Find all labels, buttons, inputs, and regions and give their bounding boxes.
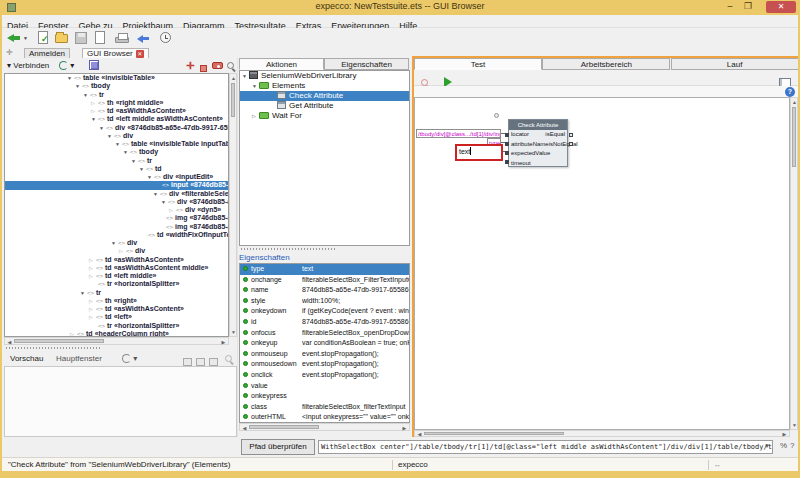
preview-zoom-icon[interactable]: [224, 351, 234, 366]
expanded-arrow-icon[interactable]: ▼: [252, 81, 259, 91]
camera-icon[interactable]: [212, 58, 223, 73]
property-row[interactable]: onfocusfilterableSelectBox_openDropDown(…: [240, 328, 409, 339]
expected-value-editor[interactable]: text: [455, 144, 503, 161]
input-pin-label[interactable]: attributeName: [511, 140, 549, 150]
new-document-icon[interactable]: [92, 30, 109, 46]
input-pin-label[interactable]: expectedValue: [511, 149, 550, 159]
output-pin-label[interactable]: isEqual: [545, 130, 565, 140]
input-pin[interactable]: [505, 133, 509, 137]
properties-hscrollbar[interactable]: ◀ ▶: [239, 423, 410, 431]
dom-tree-node[interactable]: ▼<>tbody: [5, 82, 228, 90]
collapsed-arrow-icon[interactable]: ▷: [89, 256, 96, 264]
dom-tree-node[interactable]: <>img«8746db85-a65e»: [5, 223, 228, 231]
dom-tree-node[interactable]: ▼<>table«invisibleTable»: [5, 74, 228, 82]
scroll-right-icon[interactable]: ▶: [401, 425, 408, 431]
tab-gui-browser[interactable]: GUI Browser✕: [82, 48, 149, 58]
collapsed-arrow-icon[interactable]: ▷: [252, 111, 259, 121]
dom-tree-node[interactable]: <>tr«horizontalSplitter»: [5, 322, 228, 330]
property-row[interactable]: onclickevent.stopPropagation();: [240, 370, 409, 381]
collapsed-arrow-icon[interactable]: ▷: [89, 264, 96, 272]
pick-element-icon[interactable]: ✛: [186, 58, 194, 74]
dom-tree-hscrollbar[interactable]: ◀ ▶: [4, 337, 229, 345]
dom-tree-node[interactable]: ▼<>tbody: [5, 148, 228, 156]
canvas-hscrollbar[interactable]: ◀ ▶: [414, 430, 790, 437]
library-item-check-attribute[interactable]: Check Attribute: [240, 91, 409, 101]
verify-path-button[interactable]: Pfad überprüfen: [241, 439, 315, 455]
tab-eigenschaften[interactable]: Eigenschaften: [324, 58, 409, 70]
expanded-arrow-icon[interactable]: ▼: [83, 91, 90, 99]
scroll-down-icon[interactable]: ▼: [791, 422, 798, 428]
collapsed-arrow-icon[interactable]: ▷: [89, 272, 96, 280]
verify-document-icon[interactable]: ✓: [35, 30, 52, 46]
collapsed-arrow-icon[interactable]: ▷: [89, 313, 96, 321]
close-button[interactable]: ✕: [766, 1, 796, 13]
dom-tree-node[interactable]: ▼<>div«8746db85-a6»: [5, 198, 228, 206]
dom-tree-node[interactable]: <>tr«horizontalSplitter»: [5, 280, 228, 288]
property-row[interactable]: id8746db85-a65e-47db-9917-655866477a33_f…: [240, 317, 409, 328]
dom-tree-node[interactable]: <>td«widthFixOfInputText»: [5, 231, 228, 239]
dom-tree-node[interactable]: ▷<>td«left middle»: [5, 272, 228, 280]
scroll-up-icon[interactable]: ▲: [230, 75, 237, 81]
property-row[interactable]: onkeydownif (getKeyCode(event ? event : …: [240, 306, 409, 317]
property-row[interactable]: name8746db85-a65e-47db-9917-655866477a33…: [240, 285, 409, 296]
check-attribute-block[interactable]: Check Attribute locator isEqual attribut…: [508, 119, 568, 167]
input-pin[interactable]: [505, 142, 509, 146]
dom-tree-node[interactable]: ▷<>td«asWidthAsContent middle»: [5, 264, 228, 272]
input-pin-label[interactable]: timeout: [511, 159, 531, 169]
expanded-arrow-icon[interactable]: ▼: [75, 82, 82, 90]
left-splitter-handle[interactable]: [6, 346, 101, 350]
expanded-arrow-icon[interactable]: ▼: [123, 148, 130, 156]
locator-value-box[interactable]: /tbody/div[@class.../td[1]/div/input: [416, 129, 501, 138]
input-pin-label[interactable]: locator: [511, 130, 529, 140]
collapsed-arrow-icon[interactable]: ▷: [89, 297, 96, 305]
property-row[interactable]: onmousedownevent.stopPropagation();: [240, 359, 409, 370]
input-pin[interactable]: [505, 160, 509, 164]
output-pin[interactable]: [569, 142, 573, 146]
dom-tree-node[interactable]: ▷<>div: [5, 247, 228, 255]
save-icon[interactable]: [73, 30, 90, 46]
canvas-vscrollbar[interactable]: ▲ ▼: [790, 97, 798, 430]
dom-tree-node[interactable]: ▷<>td«asWidthAsContent»: [5, 305, 228, 313]
library-item-wait-for[interactable]: ▷Wait For: [240, 111, 409, 121]
dom-tree-node[interactable]: ▷<>td«asWidthAsContent»: [5, 107, 228, 115]
property-row[interactable]: value: [240, 381, 409, 392]
splitter-icon[interactable]: ↔: [714, 458, 721, 471]
dom-tree-node[interactable]: ▷<>td«left»: [5, 313, 228, 321]
scroll-up-icon[interactable]: ▲: [791, 99, 798, 105]
dom-tree-node[interactable]: ▷<>td«headerColumn right»: [5, 330, 228, 337]
dom-tree-node[interactable]: ▼<>div«inputEdit»: [5, 173, 228, 181]
expanded-arrow-icon[interactable]: ▼: [147, 173, 154, 181]
open-folder-icon[interactable]: [54, 30, 71, 46]
path-dropdown-icon[interactable]: ▼: [764, 443, 770, 449]
collapsed-arrow-icon[interactable]: ▷: [169, 206, 176, 214]
collapsed-arrow-icon[interactable]: ▷: [119, 247, 126, 255]
dom-tree-node[interactable]: ▷<>div«dyn5»: [5, 206, 228, 214]
dom-tree-vscrollbar[interactable]: ▲ ▼: [229, 73, 237, 337]
expanded-arrow-icon[interactable]: ▼: [153, 190, 160, 198]
property-row[interactable]: onchangefilterableSelectBox_FilterTextIn…: [240, 275, 409, 286]
dom-tree-node[interactable]: ▼<>div: [5, 239, 228, 247]
expanded-arrow-icon[interactable]: ▼: [242, 71, 249, 81]
expanded-arrow-icon[interactable]: ▼: [67, 74, 74, 82]
dom-tree-node[interactable]: ▼<>div«8746db85-a65e-47db-9917-6558664»: [5, 124, 228, 132]
back-icon[interactable]: ▼: [7, 30, 24, 46]
property-row[interactable]: outerHTML<input onkeypress="" value="" o…: [240, 412, 409, 423]
refresh-icon[interactable]: ▾: [59, 58, 74, 73]
history-icon[interactable]: [158, 30, 175, 46]
dom-tree-node[interactable]: ▷<>th«right»: [5, 297, 228, 305]
dom-tree-node[interactable]: ▷<>td«asWidthAsContent»: [5, 256, 228, 264]
expanded-arrow-icon[interactable]: ▼: [107, 132, 114, 140]
xpath-field[interactable]: WithSelectBox center"]/table/tbody/tr[1]…: [318, 440, 773, 454]
property-row[interactable]: onkeypress: [240, 391, 409, 402]
collapsed-arrow-icon[interactable]: ▷: [89, 305, 96, 313]
expanded-arrow-icon[interactable]: ▼: [91, 115, 98, 123]
connect-dropdown[interactable]: ▾ Verbinden: [7, 58, 49, 73]
dom-tree-node[interactable]: ▷<>th«right middle»: [5, 99, 228, 107]
dom-tree-node[interactable]: ▼<>tr: [5, 289, 228, 297]
tab-anmelden[interactable]: Anmelden: [24, 48, 70, 58]
diagram-canvas[interactable]: /tbody/div[@class.../td[1]/div/input typ…: [414, 97, 790, 430]
library-item-seleniumwebdriverlibrary[interactable]: ▼SeleniumWebDriverLibrary: [240, 71, 409, 81]
tab-hauptfenster[interactable]: Hauptfenster: [56, 351, 102, 366]
expanded-arrow-icon[interactable]: ▼: [80, 289, 87, 297]
expanded-arrow-icon[interactable]: ▼: [99, 124, 106, 132]
